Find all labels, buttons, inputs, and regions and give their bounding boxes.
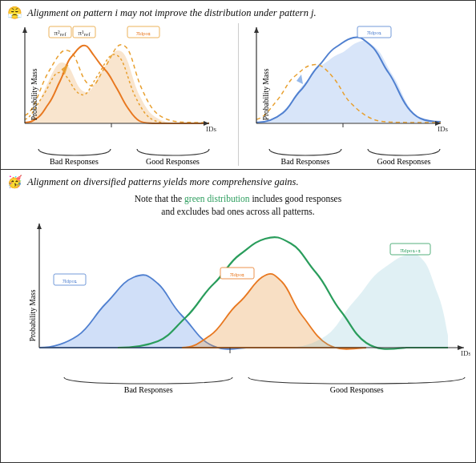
left-chart: Probability Mass <box>7 23 238 166</box>
svg-text:πdpo₁₊₂: πdpo₁₊₂ <box>400 246 420 254</box>
svg-marker-16 <box>296 74 303 84</box>
right-bad-label: Bad Responses <box>281 157 330 166</box>
bottom-note: Note that the green distribution include… <box>7 192 469 218</box>
top-charts: Probability Mass <box>7 23 469 166</box>
bottom-chart: Probability Mass πdpo₁ <box>7 219 469 394</box>
svg-marker-12 <box>22 27 27 33</box>
left-brace-labels: Bad Responses Good Responses <box>7 147 222 166</box>
svg-marker-35 <box>37 223 42 229</box>
main-container: 😤 Alignment on pattern i may not improve… <box>0 0 476 463</box>
bottom-bad-label: Bad Responses <box>124 385 173 394</box>
bottom-chart-svg: πdpo₁ πdpo₂ πdpo₁₊₂ IDs <box>22 219 470 376</box>
svg-text:IDs: IDs <box>461 349 470 357</box>
svg-text:πdpo₂: πdpo₂ <box>230 270 244 278</box>
svg-marker-22 <box>254 27 259 33</box>
svg-text:πdpo₂: πdpo₂ <box>136 29 151 37</box>
top-emoji: 😤 <box>7 6 22 20</box>
bottom-title: Alignment on diversified patterns yields… <box>27 176 299 188</box>
svg-text:πdpo₁: πdpo₁ <box>366 28 381 36</box>
left-bad-label: Bad Responses <box>50 157 99 166</box>
green-distribution-text: green distribution <box>184 194 249 203</box>
bottom-panel: 🥳 Alignment on diversified patterns yiel… <box>1 170 475 462</box>
right-good-label: Good Responses <box>377 157 431 166</box>
svg-text:πdpo₁: πdpo₁ <box>63 276 77 284</box>
svg-text:IDs: IDs <box>206 125 216 133</box>
bottom-brace-labels: Bad Responses Good Responses <box>22 376 470 394</box>
right-chart-svg: πdpo₁ IDs <box>239 23 454 147</box>
right-brace-labels: Bad Responses Good Responses <box>239 147 454 166</box>
bottom-good-label: Good Responses <box>330 385 384 394</box>
top-panel: 😤 Alignment on pattern i may not improve… <box>1 1 475 170</box>
top-panel-title: 😤 Alignment on pattern i may not improve… <box>7 6 469 20</box>
svg-text:IDs: IDs <box>438 125 448 133</box>
right-chart: Probability Mass <box>238 23 470 166</box>
bottom-emoji: 🥳 <box>7 175 22 189</box>
left-chart-svg: π²ref π¹ref πdpo₂ IDs <box>7 23 222 147</box>
left-good-label: Good Responses <box>146 157 200 166</box>
bottom-panel-title: 🥳 Alignment on diversified patterns yiel… <box>7 175 469 189</box>
